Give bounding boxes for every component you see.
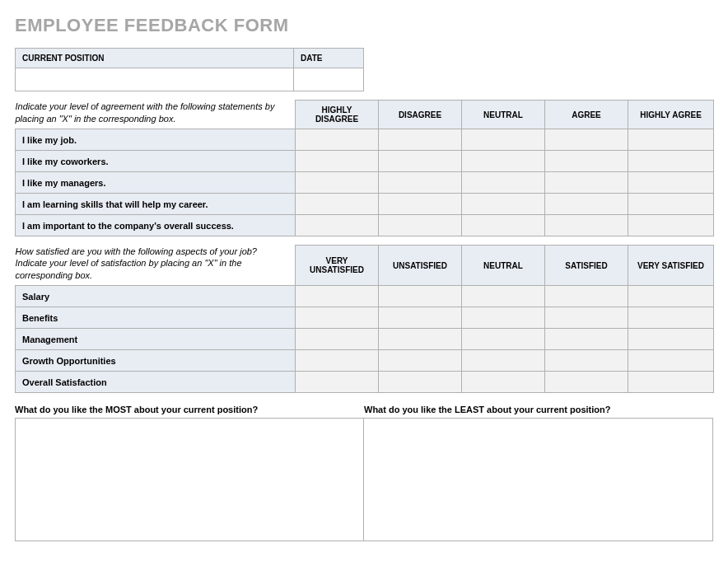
satisfaction-table: How satisfied are you with the following…: [15, 245, 714, 393]
agreement-row-label: I am learning skills that will help my c…: [16, 194, 296, 215]
satisfaction-instructions: How satisfied are you with the following…: [16, 246, 296, 283]
agreement-row-label: I like my managers.: [16, 172, 296, 194]
agreement-col-2: NEUTRAL: [462, 101, 545, 129]
satisfaction-col-2: NEUTRAL: [462, 246, 545, 286]
agreement-cell[interactable]: [628, 129, 714, 151]
satisfaction-col-0: VERY UNSATISFIED: [296, 246, 379, 286]
agreement-cell[interactable]: [545, 215, 628, 236]
agreement-cell[interactable]: [296, 194, 379, 215]
satisfaction-cell[interactable]: [379, 350, 462, 372]
form-title: EMPLOYEE FEEDBACK FORM: [15, 15, 713, 36]
agreement-cell[interactable]: [379, 172, 462, 194]
satisfaction-col-4: VERY SATISFIED: [628, 246, 714, 286]
satisfaction-cell[interactable]: [628, 350, 714, 372]
agreement-cell[interactable]: [462, 129, 545, 151]
satisfaction-cell[interactable]: [628, 329, 714, 350]
agreement-cell[interactable]: [296, 151, 379, 172]
satisfaction-cell[interactable]: [379, 286, 462, 307]
satisfaction-cell[interactable]: [628, 286, 714, 307]
least-question-label: What do you like the LEAST about your cu…: [364, 405, 713, 414]
agreement-cell[interactable]: [628, 194, 714, 215]
satisfaction-cell[interactable]: [462, 372, 545, 393]
agreement-cell[interactable]: [296, 129, 379, 151]
agreement-cell[interactable]: [296, 172, 379, 194]
agreement-col-0: HIGHLY DISAGREE: [296, 101, 379, 129]
agreement-cell[interactable]: [545, 129, 628, 151]
agreement-cell[interactable]: [545, 194, 628, 215]
most-answer-box[interactable]: [15, 418, 364, 541]
agreement-row-label: I am important to the company's overall …: [16, 215, 296, 236]
satisfaction-cell[interactable]: [379, 372, 462, 393]
open-questions-row: What do you like the MOST about your cur…: [15, 405, 713, 418]
satisfaction-cell[interactable]: [628, 372, 714, 393]
satisfaction-cell[interactable]: [545, 307, 628, 329]
satisfaction-col-1: UNSATISFIED: [379, 246, 462, 286]
satisfaction-cell[interactable]: [628, 307, 714, 329]
satisfaction-cell[interactable]: [462, 286, 545, 307]
agreement-instructions: Indicate your level of agreement with th…: [16, 101, 296, 125]
satisfaction-cell[interactable]: [462, 329, 545, 350]
agreement-cell[interactable]: [379, 151, 462, 172]
satisfaction-cell[interactable]: [545, 350, 628, 372]
agreement-col-3: AGREE: [545, 101, 628, 129]
agreement-cell[interactable]: [379, 215, 462, 236]
agreement-cell[interactable]: [462, 151, 545, 172]
info-table: CURRENT POSITION DATE: [15, 48, 364, 91]
agreement-col-4: HIGHLY AGREE: [628, 101, 714, 129]
agreement-cell[interactable]: [545, 172, 628, 194]
date-input[interactable]: [294, 68, 364, 91]
most-question-label: What do you like the MOST about your cur…: [15, 405, 364, 414]
agreement-cell[interactable]: [628, 151, 714, 172]
satisfaction-cell[interactable]: [296, 372, 379, 393]
agreement-cell[interactable]: [628, 172, 714, 194]
agreement-row-label: I like my coworkers.: [16, 151, 296, 172]
agreement-cell[interactable]: [462, 215, 545, 236]
current-position-label: CURRENT POSITION: [16, 49, 294, 68]
satisfaction-cell[interactable]: [296, 307, 379, 329]
satisfaction-cell[interactable]: [462, 307, 545, 329]
satisfaction-cell[interactable]: [545, 286, 628, 307]
satisfaction-row-label: Overall Satisfaction: [16, 372, 296, 393]
satisfaction-cell[interactable]: [296, 329, 379, 350]
satisfaction-cell[interactable]: [379, 329, 462, 350]
date-label: DATE: [294, 49, 364, 68]
satisfaction-row-label: Salary: [16, 286, 296, 307]
satisfaction-cell[interactable]: [545, 329, 628, 350]
agreement-table: Indicate your level of agreement with th…: [15, 100, 714, 236]
satisfaction-row-label: Benefits: [16, 307, 296, 329]
satisfaction-cell[interactable]: [462, 350, 545, 372]
agreement-cell[interactable]: [628, 215, 714, 236]
agreement-cell[interactable]: [296, 215, 379, 236]
agreement-cell[interactable]: [545, 151, 628, 172]
satisfaction-cell[interactable]: [296, 350, 379, 372]
agreement-row-label: I like my job.: [16, 129, 296, 151]
satisfaction-cell[interactable]: [379, 307, 462, 329]
satisfaction-cell[interactable]: [296, 286, 379, 307]
satisfaction-row-label: Growth Opportunities: [16, 350, 296, 372]
agreement-cell[interactable]: [379, 194, 462, 215]
agreement-cell[interactable]: [462, 194, 545, 215]
satisfaction-row-label: Management: [16, 329, 296, 350]
agreement-cell[interactable]: [462, 172, 545, 194]
least-answer-box[interactable]: [364, 418, 713, 541]
agreement-cell[interactable]: [379, 129, 462, 151]
satisfaction-col-3: SATISFIED: [545, 246, 628, 286]
satisfaction-cell[interactable]: [545, 372, 628, 393]
agreement-col-1: DISAGREE: [379, 101, 462, 129]
current-position-input[interactable]: [16, 68, 294, 91]
